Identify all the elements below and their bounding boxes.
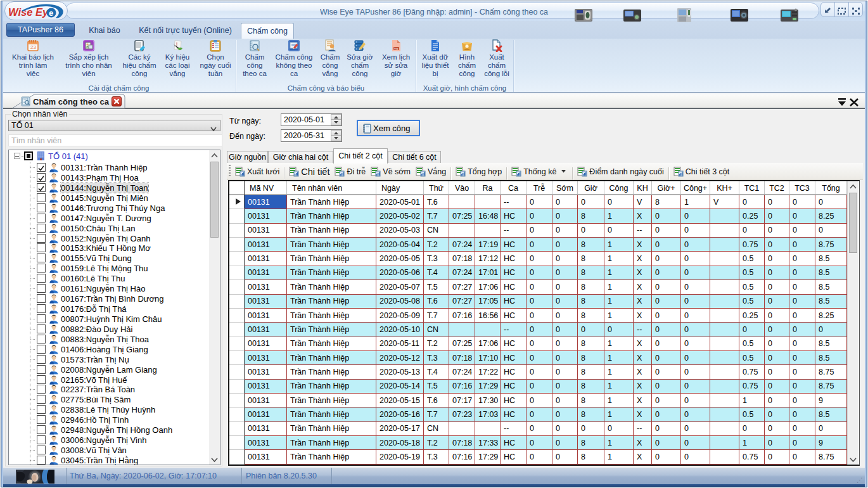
svg-text:e: e (49, 8, 53, 18)
svg-text:tag: tag (394, 47, 399, 50)
svg-text:23: 23 (30, 44, 36, 50)
